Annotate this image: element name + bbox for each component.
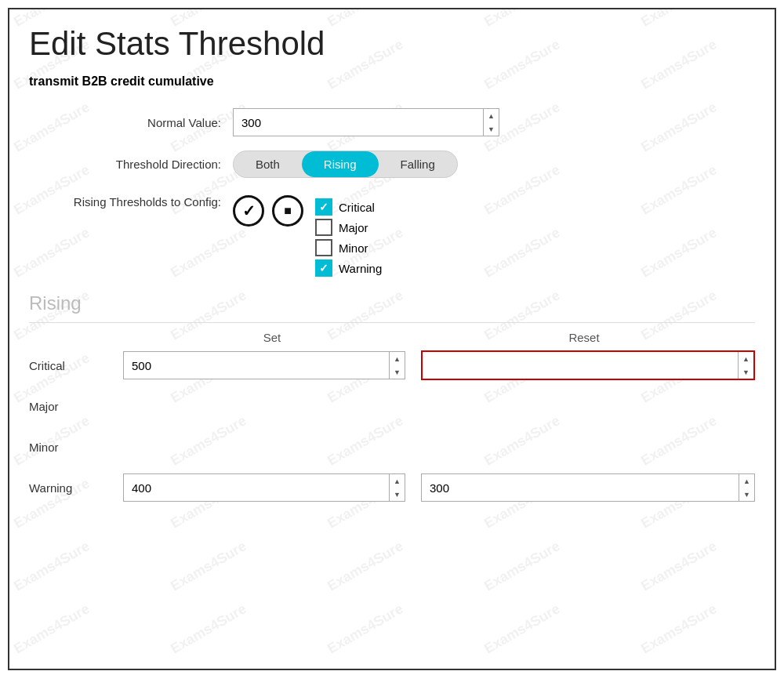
checkbox-warning[interactable] bbox=[315, 259, 332, 277]
divider bbox=[29, 322, 755, 323]
row-label-minor: Minor bbox=[29, 441, 123, 454]
section-rising-label: Rising bbox=[29, 292, 755, 314]
checkbox-warning-item: Warning bbox=[315, 259, 382, 277]
checkbox-critical[interactable] bbox=[315, 198, 332, 216]
warning-set-down[interactable]: ▼ bbox=[390, 488, 405, 501]
critical-reset-up[interactable]: ▲ bbox=[739, 352, 753, 365]
warning-reset-input[interactable] bbox=[422, 477, 739, 499]
normal-value-down[interactable]: ▼ bbox=[484, 122, 499, 136]
checkbox-critical-item: Critical bbox=[315, 198, 382, 216]
checkbox-minor[interactable] bbox=[315, 239, 332, 256]
critical-reset-cell: ▲ ▼ bbox=[421, 350, 755, 380]
normal-value-input-wrapper: ▲ ▼ bbox=[233, 108, 499, 136]
warning-reset-spinner: ▲ ▼ bbox=[739, 474, 754, 501]
normal-value-input[interactable] bbox=[234, 111, 483, 134]
rising-thresholds-label: Rising Thresholds to Config: bbox=[29, 195, 233, 209]
critical-set-down[interactable]: ▼ bbox=[390, 365, 405, 379]
checkbox-major[interactable] bbox=[315, 219, 332, 236]
page-title: Edit Stats Threshold bbox=[29, 25, 755, 63]
warning-set-spinner: ▲ ▼ bbox=[389, 474, 405, 501]
checkbox-group: Critical Major Minor Warning bbox=[315, 198, 382, 277]
toggle-falling[interactable]: Falling bbox=[379, 151, 457, 177]
warning-reset-down[interactable]: ▼ bbox=[739, 488, 754, 501]
critical-reset-wrapper: ▲ ▼ bbox=[421, 350, 755, 380]
col-reset-header: Reset bbox=[413, 331, 755, 344]
toggle-both[interactable]: Both bbox=[234, 151, 302, 177]
row-label-critical: Critical bbox=[29, 359, 123, 372]
critical-reset-down[interactable]: ▼ bbox=[739, 365, 753, 379]
toggle-rising[interactable]: Rising bbox=[302, 151, 379, 177]
critical-set-spinner: ▲ ▼ bbox=[389, 352, 405, 379]
warning-set-input[interactable] bbox=[124, 477, 389, 499]
checkbox-major-label: Major bbox=[339, 221, 368, 234]
square-icon[interactable] bbox=[272, 195, 303, 227]
normal-value-label: Normal Value: bbox=[29, 116, 233, 129]
warning-reset-cell: ▲ ▼ bbox=[421, 473, 755, 502]
checkbox-critical-label: Critical bbox=[339, 201, 375, 214]
table-row-critical: Critical ▲ ▼ ▲ ▼ bbox=[29, 349, 755, 382]
table-headers: Set Reset bbox=[29, 331, 755, 344]
col-label-empty bbox=[29, 331, 123, 344]
normal-value-row: Normal Value: ▲ ▼ bbox=[29, 108, 755, 136]
subtitle: transmit B2B credit cumulative bbox=[29, 74, 755, 89]
check-icon[interactable] bbox=[233, 195, 264, 227]
critical-set-input[interactable] bbox=[124, 354, 389, 377]
table-row-warning: Warning ▲ ▼ ▲ ▼ bbox=[29, 471, 755, 504]
critical-reset-spinner: ▲ ▼ bbox=[738, 352, 753, 379]
threshold-direction-label: Threshold Direction: bbox=[29, 158, 233, 171]
warning-set-up[interactable]: ▲ bbox=[390, 474, 405, 488]
critical-reset-input[interactable] bbox=[423, 354, 738, 377]
rising-thresholds-row: Rising Thresholds to Config: Critical Ma… bbox=[29, 192, 755, 277]
row-label-major: Major bbox=[29, 400, 123, 413]
row-label-warning: Warning bbox=[29, 481, 123, 495]
critical-set-wrapper: ▲ ▼ bbox=[123, 351, 405, 379]
critical-set-cell: ▲ ▼ bbox=[123, 351, 405, 379]
col-set-header: Set bbox=[123, 331, 413, 344]
warning-set-cell: ▲ ▼ bbox=[123, 473, 405, 502]
checkbox-minor-label: Minor bbox=[339, 241, 368, 255]
threshold-direction-row: Threshold Direction: Both Rising Falling bbox=[29, 151, 755, 178]
table-row-major: Major bbox=[29, 390, 755, 423]
normal-value-spinner: ▲ ▼ bbox=[483, 109, 499, 136]
checkbox-warning-label: Warning bbox=[339, 262, 382, 275]
checkbox-minor-item: Minor bbox=[315, 239, 382, 256]
threshold-direction-toggle: Both Rising Falling bbox=[233, 151, 458, 178]
warning-reset-wrapper: ▲ ▼ bbox=[421, 473, 755, 502]
normal-value-up[interactable]: ▲ bbox=[484, 109, 499, 122]
table-row-minor: Minor bbox=[29, 430, 755, 463]
critical-set-up[interactable]: ▲ bbox=[390, 352, 405, 365]
warning-reset-up[interactable]: ▲ bbox=[739, 474, 754, 488]
checkbox-major-item: Major bbox=[315, 219, 382, 236]
warning-set-wrapper: ▲ ▼ bbox=[123, 473, 405, 502]
